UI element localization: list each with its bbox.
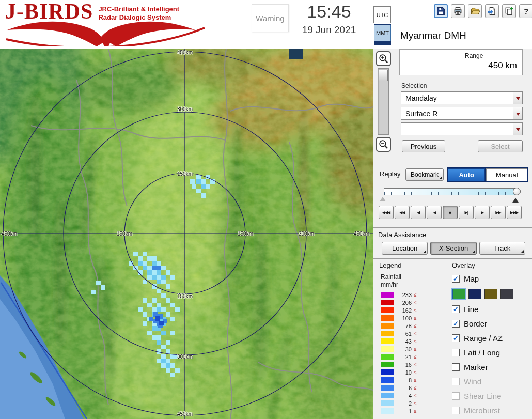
map-color-olive[interactable] — [484, 289, 497, 299]
warning-label: Warning — [256, 14, 284, 23]
eagle-logo-icon — [4, 19, 207, 46]
overlay-item: Shear Line — [452, 389, 531, 403]
manual-mode-button[interactable]: Manual — [486, 168, 527, 181]
checkbox-map[interactable]: ✓ — [452, 275, 460, 283]
jump-end-button[interactable]: ▶▶▶ — [507, 206, 522, 219]
timezone-mmt-button[interactable]: MMT — [374, 25, 391, 41]
map-color-navy[interactable] — [468, 289, 481, 299]
legend-lte-symbol: ≤ — [414, 315, 417, 321]
jump-start-button[interactable]: ◀◀◀ — [379, 206, 394, 219]
legend-lte-symbol: ≤ — [414, 338, 417, 344]
legend-lte-symbol: ≤ — [414, 393, 417, 398]
zoom-slider-thumb[interactable] — [379, 70, 388, 81]
selection-label: Selection — [401, 82, 427, 89]
replay-timeline-slider[interactable] — [384, 188, 517, 195]
legend-color-chip — [381, 400, 394, 406]
overlay-checkbox — [452, 392, 460, 400]
zoom-slider[interactable] — [378, 68, 389, 135]
legend-color-chip — [381, 369, 394, 375]
overlay-item[interactable]: Lati / Long — [452, 345, 531, 360]
legend-row: 78 ≤ — [381, 322, 417, 330]
overlay-checkbox[interactable] — [452, 363, 460, 371]
overlay-checkbox[interactable]: ✓ — [452, 334, 460, 342]
previous-button[interactable]: Previous — [402, 140, 445, 152]
radar-map-view[interactable]: 450km300km150km150km300km450km450km150km… — [0, 49, 373, 419]
legend-value: 21 — [396, 354, 412, 360]
legend-color-chip — [381, 408, 394, 414]
dropdown-arrow-icon[interactable] — [513, 92, 522, 104]
terrain-basemap — [0, 49, 373, 419]
step-forward-button[interactable]: ▶| — [459, 206, 474, 219]
add-capture-button[interactable] — [502, 4, 516, 18]
play-reverse-button[interactable]: ◀ — [411, 206, 426, 219]
export-button[interactable] — [485, 4, 499, 18]
clock: 15:45 19 Jun 2021 — [292, 2, 366, 36]
legend-color-chip — [381, 292, 394, 298]
fast-forward-button[interactable]: ▶▶ — [491, 206, 506, 219]
help-button[interactable]: ? — [519, 4, 532, 18]
overlay-item-map[interactable]: ✓ Map — [452, 271, 531, 286]
dropdown-arrow-icon[interactable] — [513, 107, 522, 119]
legend-color-chip — [381, 338, 394, 344]
legend-row: 43 ≤ — [381, 337, 417, 345]
open-folder-icon — [471, 7, 480, 15]
map-color-green[interactable] — [452, 289, 465, 299]
legend-value: 100 — [396, 315, 412, 321]
legend-value: 233 — [396, 292, 412, 298]
overlay-item-label: Microburst — [464, 406, 500, 415]
legend-lte-symbol: ≤ — [414, 300, 417, 305]
overlay-item[interactable]: ✓ Line — [452, 302, 531, 316]
overlay-item-label: Wind — [464, 377, 481, 386]
legend-value: 30 — [396, 346, 412, 352]
zoom-in-button[interactable] — [376, 51, 391, 66]
overlay-item: Microburst — [452, 403, 531, 417]
overlay-item-label: Border — [464, 319, 487, 328]
step-back-button[interactable]: |◀ — [427, 206, 442, 219]
legend-row: 6 ≤ — [381, 384, 417, 392]
timezone-utc-button[interactable]: UTC — [373, 6, 391, 23]
range-value: 450 km — [488, 60, 517, 71]
print-button[interactable] — [451, 4, 465, 18]
overlay-item[interactable]: Marker — [452, 360, 531, 374]
fast-rewind-button[interactable]: ◀◀ — [395, 206, 410, 219]
open-folder-button[interactable] — [468, 4, 482, 18]
legend-lte-symbol: ≤ — [414, 323, 417, 329]
overlay-options: ✓ Map ✓ Line ✓ Border ✓ Range / AZ Lati … — [452, 271, 531, 417]
save-button[interactable] — [434, 4, 448, 18]
play-button[interactable]: ▶ — [475, 206, 490, 219]
x-section-button[interactable]: X-Section — [430, 242, 476, 255]
overlay-item[interactable]: ✓ Range / AZ — [452, 331, 531, 345]
legend-value: 206 — [396, 300, 412, 306]
map-color-dark-gray[interactable] — [500, 289, 513, 299]
selection-dropdown[interactable]: Mandalay — [401, 91, 523, 104]
legend-color-chip — [381, 393, 394, 398]
select-button[interactable]: Select — [478, 140, 523, 152]
auto-mode-button[interactable]: Auto — [448, 168, 485, 181]
overlay-checkbox[interactable]: ✓ — [452, 305, 460, 313]
overlay-checkbox[interactable] — [452, 349, 460, 356]
print-icon — [453, 7, 462, 15]
legend-color-chip — [381, 362, 394, 367]
bookmark-button[interactable]: Bookmark — [405, 168, 444, 181]
legend-color-chip — [381, 300, 394, 305]
legend-row: 162 ≤ — [381, 306, 417, 314]
overlay-checkbox[interactable]: ✓ — [452, 320, 460, 328]
legend-color-chip — [381, 385, 394, 391]
overlay-checkbox — [452, 378, 460, 385]
zoom-out-button[interactable] — [376, 137, 391, 152]
export-icon — [488, 7, 496, 15]
data-assistance-label: Data Assistance — [378, 231, 426, 239]
legend-row: 30 ≤ — [381, 345, 417, 353]
dropdown-arrow-icon[interactable] — [513, 123, 522, 135]
range-readout: Range 450 km — [399, 49, 523, 75]
timeline-handle[interactable] — [513, 188, 521, 195]
selection-dropdown[interactable]: Surface R — [401, 107, 523, 120]
legend-value: 2 — [396, 400, 412, 407]
selection-dropdown[interactable] — [401, 122, 523, 135]
zoom-out-icon — [379, 139, 388, 149]
location-button[interactable]: Location — [382, 242, 428, 255]
legend-lte-symbol: ≤ — [414, 400, 417, 406]
overlay-item[interactable]: ✓ Border — [452, 316, 531, 331]
stop-button[interactable]: ■ — [443, 206, 458, 219]
track-button[interactable]: Track — [479, 242, 525, 255]
